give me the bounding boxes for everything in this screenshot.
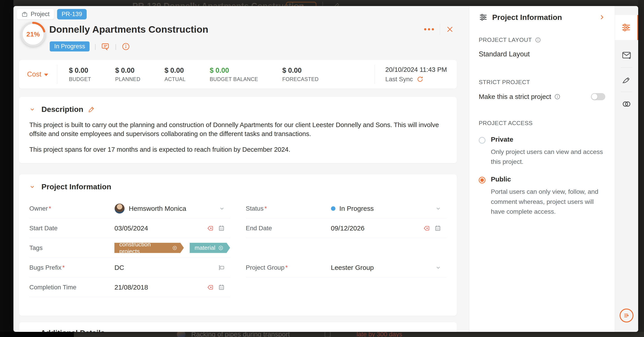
tab-crm-link[interactable] <box>622 97 632 111</box>
progress-ring: 21% <box>20 21 46 48</box>
field-start-date: Start Date 03/05/2024 <box>29 218 230 238</box>
project-main-panel: Project PR-139 21% Donnelly Apartments C… <box>14 6 469 332</box>
field-label: Completion Time <box>29 284 114 291</box>
calendar-icon[interactable] <box>218 284 225 291</box>
info-icon[interactable] <box>554 93 560 100</box>
tab-project-information[interactable] <box>615 15 638 40</box>
access-option-name: Public <box>491 175 605 183</box>
clear-icon[interactable] <box>207 284 214 291</box>
bugs-prefix-input[interactable]: DC <box>114 264 230 272</box>
avatar <box>114 203 125 214</box>
refresh-icon[interactable] <box>416 76 424 83</box>
metric-forecasted: $ 0.00 FORECASTED <box>282 66 319 82</box>
text-cursor-icon[interactable] <box>218 264 225 271</box>
dimmed-page-bottom: Racking of pipes during transport late b… <box>0 332 644 337</box>
divider <box>440 24 440 35</box>
calendar-icon[interactable] <box>218 225 225 232</box>
metric-label: FORECASTED <box>282 76 319 82</box>
tag-chip: construction projects <box>114 243 184 253</box>
metric-value: $ 0.00 <box>164 66 186 74</box>
metric-budget: $ 0.00 BUDGET <box>69 66 91 82</box>
project-layout-value: Standard Layout <box>479 50 605 58</box>
dimmed-page-top: PR-139 Donnelly Apartments Construction … <box>0 0 644 6</box>
start-date-input[interactable]: 03/05/2024 <box>114 224 230 232</box>
page-title: Donnelly Apartments Construction <box>49 24 208 35</box>
metric-label: BUDGET BALANCE <box>210 76 258 82</box>
chevron-down-icon[interactable] <box>29 184 35 190</box>
field-end-date: End Date 09/12/2026 <box>246 218 447 238</box>
clear-icon[interactable] <box>423 225 430 232</box>
metric-label: BUDGET <box>69 76 91 82</box>
right-icon-strip <box>615 6 638 332</box>
cost-summary-bar: Cost $ 0.00 BUDGET $ 0.00 PLANNED $ 0.00… <box>19 60 457 89</box>
info-icon[interactable] <box>535 37 541 43</box>
divider <box>621 92 632 92</box>
strict-project-toggle[interactable] <box>591 93 605 100</box>
radio-public[interactable] <box>479 177 486 184</box>
entity-type-label: Project <box>31 11 50 18</box>
field-owner: Owner Hemsworth Monica <box>29 199 230 218</box>
link-rings-icon <box>622 99 632 109</box>
edit-pencil-icon <box>333 2 340 6</box>
sidebar-title: Project Information <box>492 13 562 22</box>
metric-actual: $ 0.00 ACTUAL <box>164 66 186 82</box>
completion-time-value: 21/08/2018 <box>114 284 148 291</box>
comments-icon[interactable] <box>101 42 110 51</box>
sliders-icon <box>621 22 631 33</box>
close-icon[interactable] <box>446 25 454 33</box>
info-icon[interactable] <box>122 42 130 51</box>
access-option-public: Public Portal users can only view, follo… <box>479 175 605 216</box>
chevron-down-icon[interactable] <box>435 265 441 271</box>
tag-label: material <box>194 244 215 251</box>
divider <box>621 67 632 68</box>
project-group-select[interactable]: Leester Group <box>331 264 447 272</box>
lines-arrow-icon <box>623 312 630 319</box>
dimmed-page-left <box>0 0 14 337</box>
metric-label: ACTUAL <box>164 76 186 82</box>
radio-private[interactable] <box>479 137 486 144</box>
field-bugs-prefix: Bugs Prefix DC <box>29 258 230 278</box>
completion-time-input[interactable]: 21/08/2018 <box>114 284 230 291</box>
tab-email[interactable] <box>622 48 632 62</box>
background-page-title: PR-139 Donnelly Apartments Construction <box>132 1 304 6</box>
tag-chip: material <box>190 243 230 253</box>
edit-pencil-icon[interactable] <box>88 106 95 113</box>
project-layout-label: PROJECT LAYOUT <box>479 36 532 43</box>
status-badge[interactable]: In Progress <box>50 41 90 51</box>
last-sync-time: 20/10/2024 11:43 PM <box>385 66 447 73</box>
end-date-input[interactable]: 09/12/2026 <box>331 224 447 232</box>
calendar-icon[interactable] <box>434 225 441 232</box>
envelope-icon <box>622 50 632 60</box>
metric-budget-balance: $ 0.00 BUDGET BALANCE <box>210 66 258 82</box>
chevron-right-icon[interactable] <box>598 14 605 20</box>
remove-tag-icon[interactable] <box>172 245 177 251</box>
chevron-down-icon[interactable] <box>219 206 225 211</box>
last-sync-label: Last Sync <box>385 76 413 83</box>
status-dot <box>331 206 336 211</box>
divider: | <box>115 43 116 50</box>
section-title: Additional Details <box>40 329 446 332</box>
bugs-prefix-value: DC <box>114 264 124 272</box>
owner-value: Hemsworth Monica <box>129 205 186 212</box>
dimmed-page-corner <box>0 332 74 337</box>
access-option-description: Portal users can only view, follow, and … <box>491 187 605 216</box>
owner-select[interactable]: Hemsworth Monica <box>114 203 230 214</box>
remove-tag-icon[interactable] <box>218 245 224 251</box>
project-information-section: Project Information Owner Hemsworth Moni… <box>19 174 457 316</box>
divider <box>322 2 323 6</box>
chevron-down-icon[interactable] <box>435 206 441 211</box>
tab-sign[interactable] <box>622 72 632 87</box>
clear-icon[interactable] <box>207 225 214 232</box>
cost-selector[interactable]: Cost <box>27 70 48 78</box>
chevron-down-icon[interactable] <box>29 106 35 112</box>
metric-value: $ 0.00 <box>69 66 91 74</box>
briefcase-icon <box>21 11 28 18</box>
checkbox-icon <box>325 332 330 337</box>
field-label: End Date <box>246 225 331 232</box>
metric-value: $ 0.00 <box>210 66 258 74</box>
status-select[interactable]: In Progress <box>331 205 447 212</box>
slide-panel-button[interactable] <box>620 309 634 323</box>
more-options-icon[interactable] <box>424 28 434 30</box>
field-label: Bugs Prefix <box>29 264 114 271</box>
divider <box>57 65 57 84</box>
